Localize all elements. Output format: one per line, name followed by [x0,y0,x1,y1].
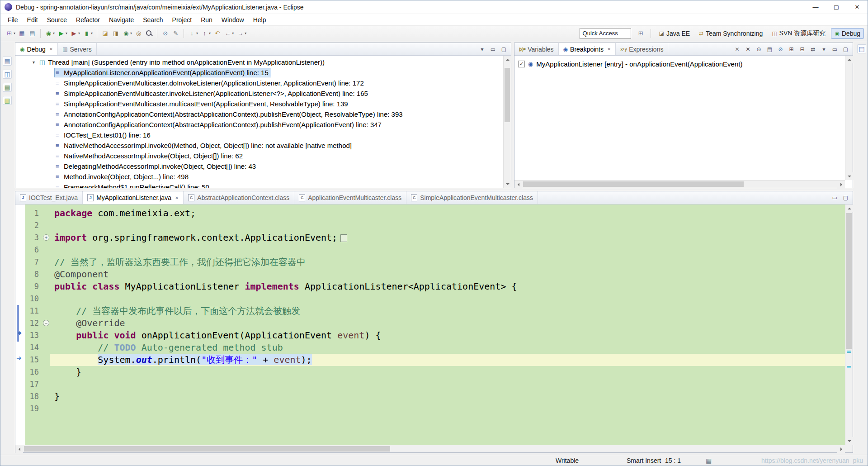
scroll-down-arrow[interactable] [504,180,511,188]
tab-abstractapplicationcontext[interactable]: CAbstractApplicationContext.class [184,191,294,204]
stack-frame[interactable]: ≡DelegatingMethodAccessorImpl.invoke(Obj… [54,162,259,171]
show-supported-breakpoints-icon[interactable]: ⊙ [755,45,763,53]
code-line[interactable]: // TODO Auto-generated method stub [50,342,845,354]
perspective-java-ee[interactable]: ◪Java EE [656,28,693,39]
stack-frame[interactable]: ≡NativeMethodAccessorImpl.invoke(Object,… [54,151,245,161]
breakpoints-vertical-scrollbar[interactable] [845,56,853,180]
code-line[interactable] [50,378,845,390]
code-line[interactable]: } [50,390,845,403]
code-line[interactable]: } [50,366,845,378]
code-editor[interactable]: package com.meimeixia.ext;import org.spr… [50,204,845,445]
breakpoints-horizontal-scrollbar[interactable] [514,180,845,188]
line-number-ruler[interactable]: 123678910111213141516171819 [25,204,42,445]
stack-frame-row[interactable]: ≡FrameworkMethod$1.runReflectiveCall() l… [15,182,511,188]
code-line[interactable]: package com.meimeixia.ext; [50,207,845,219]
forward-button[interactable]: →▾ [235,28,248,39]
minimize-view-icon[interactable]: ▭ [831,45,839,53]
new-class-button[interactable]: ◉▾ [121,28,133,39]
external-tools-button[interactable]: ▶▾ [69,28,81,39]
stack-frame-row[interactable]: ≡DelegatingMethodAccessorImpl.invoke(Obj… [15,161,511,171]
print-button[interactable]: ▤ [27,28,38,39]
view-menu-icon[interactable]: ▾ [478,45,486,53]
code-line[interactable]: @Override [50,317,845,329]
code-line[interactable]: import org.springframework.context.Appli… [50,232,845,244]
stack-frame-row[interactable]: ≡SimpleApplicationEventMulticaster.multi… [15,99,511,109]
scroll-up-arrow[interactable] [845,204,853,212]
skip-breakpoints-button[interactable]: ⊘ [160,28,170,39]
stack-frame[interactable]: ≡FrameworkMethod$1.runReflectiveCall() l… [54,182,212,188]
scroll-thumb[interactable] [846,213,852,349]
close-tab-icon[interactable]: ✕ [175,195,179,200]
tab-breakpoints[interactable]: ◉Breakpoints✕ [559,43,616,55]
stack-frame-row[interactable]: ≡NativeMethodAccessorImpl.invoke0(Method… [15,140,511,151]
tab-applicationeventmulticaster[interactable]: CApplicationEventMulticaster.class [294,191,406,204]
scroll-left-arrow[interactable] [514,181,522,188]
scroll-up-arrow[interactable] [845,56,853,63]
project-explorer-icon[interactable]: ◫ [3,70,12,79]
back-button[interactable]: ←▾ [222,28,235,39]
scroll-track[interactable] [23,445,837,452]
maximize-view-icon[interactable]: ▢ [842,45,849,53]
stack-frame-row[interactable]: ≡AnnotationConfigApplicationContext(Abst… [15,109,511,119]
stack-frame-row[interactable]: ≡NativeMethodAccessorImpl.invoke(Object,… [15,151,511,161]
view-menu-icon[interactable]: ▾ [820,45,828,53]
stack-frame[interactable]: ≡SimpleApplicationEventMulticaster.doInv… [54,78,367,88]
stack-frame[interactable]: ≡MyApplicationListener.onApplicationEven… [54,68,271,77]
menu-navigate[interactable]: Navigate [104,14,138,26]
folding-ruler[interactable]: +− [42,204,50,445]
expander-icon[interactable]: ▾ [33,60,39,65]
scroll-track[interactable] [522,181,837,188]
scroll-down-arrow[interactable] [845,437,853,445]
close-tab-icon[interactable]: ✕ [49,47,53,52]
menu-source[interactable]: Source [42,14,71,26]
perspective-debug[interactable]: ◉Debug [831,28,864,39]
collapse-all-icon[interactable]: ⊟ [798,45,806,53]
tab-servers[interactable]: ▥Servers [58,43,97,55]
editor-horizontal-scrollbar[interactable] [15,445,845,452]
outline-view-icon[interactable]: ▤ [857,44,866,53]
annotation-ruler[interactable]: ◆ ➜ [15,204,25,445]
stack-frame[interactable]: ≡NativeMethodAccessorImpl.invoke0(Method… [54,141,354,150]
new-java-project-button[interactable]: ◪ [100,28,110,39]
breakpoint-row[interactable]: ✓◉MyApplicationListener [entry] - onAppl… [514,58,853,69]
code-line[interactable] [50,293,845,305]
code-line[interactable] [50,244,845,256]
run-button[interactable]: ▶▾ [56,28,69,39]
stack-frame[interactable]: ≡Method.invoke(Object, Object...) line: … [54,172,191,181]
breakpoint-checkbox[interactable]: ✓ [518,61,525,67]
scroll-thumb[interactable] [523,181,744,187]
perspective-team-sync[interactable]: ⇄Team Synchronizing [695,28,766,39]
scroll-thumb[interactable] [505,68,510,122]
expand-all-icon[interactable]: ⊞ [788,45,795,53]
menu-search[interactable]: Search [138,14,167,26]
minimize-window-button[interactable]: — [805,0,826,14]
mark-occurrences-button[interactable]: ✎ [170,28,181,39]
minimize-editor-icon[interactable]: ▭ [831,194,839,202]
search-button[interactable] [144,28,154,39]
tab-myapplicationlistener[interactable]: JMyApplicationListener.java✕ [83,191,184,204]
stack-frame[interactable]: ≡AnnotationConfigApplicationContext(Abst… [54,109,406,119]
scroll-up-arrow[interactable] [504,56,511,63]
last-edit-location-button[interactable]: ↶ [212,28,222,39]
scroll-track[interactable] [845,63,853,172]
scroll-track[interactable] [845,212,853,437]
tab-ioctest-ext[interactable]: JIOCTest_Ext.java [15,191,83,204]
code-line[interactable]: @Component [50,268,845,281]
package-explorer-icon[interactable]: ▦ [3,57,12,66]
tab-expressions[interactable]: x+yExpressions [616,43,668,55]
menu-refactor[interactable]: Refactor [71,14,104,26]
editor-vertical-scrollbar[interactable] [845,204,853,445]
maximize-view-icon[interactable]: ▢ [500,45,508,53]
go-to-file-icon[interactable]: ▤ [766,45,774,53]
menu-window[interactable]: Window [217,14,249,26]
thread-row[interactable]: ▾◫Thread [main] (Suspended (entry into m… [15,57,511,67]
new-wizard-button[interactable]: ⊞▾ [4,28,17,39]
minimize-view-icon[interactable]: ▭ [489,45,497,53]
fold-minus-icon[interactable]: − [43,320,49,326]
code-line[interactable]: // 当容器中发布此事件以后，下面这个方法就会被触发 [50,305,845,317]
code-line[interactable]: // 当然了，监听器这东西要工作，我们还得把它添加在容器中 [50,256,845,268]
close-window-button[interactable]: ✕ [847,0,868,14]
stack-frame[interactable]: ≡AnnotationConfigApplicationContext(Abst… [54,120,384,129]
stack-frame[interactable]: ≡IOCTest_Ext.test01() line: 16 [54,130,153,140]
code-line[interactable]: System.out.println("收到事件：" + event); [50,354,845,366]
